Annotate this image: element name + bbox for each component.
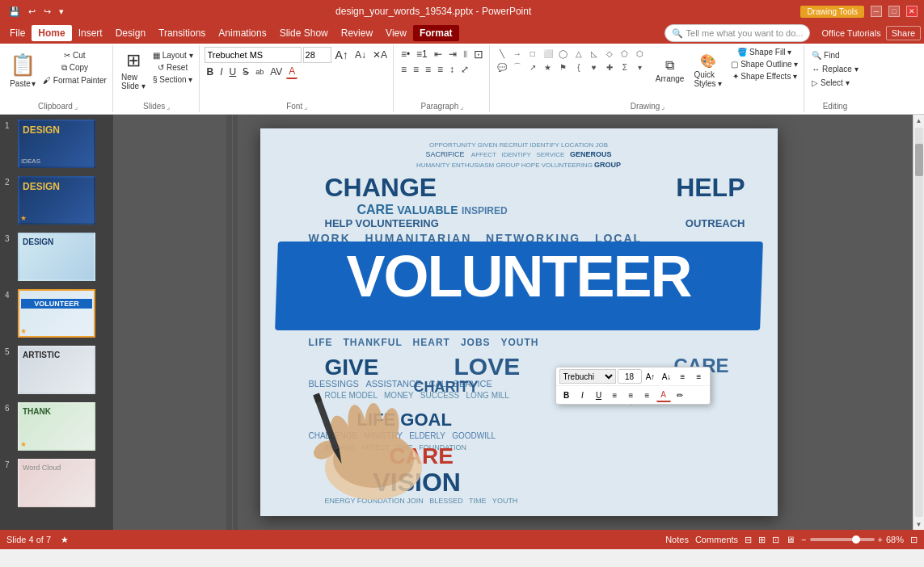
copy-button[interactable]: ⧉ Copy — [40, 62, 109, 74]
oval-shape[interactable]: ◯ — [556, 47, 571, 60]
scroll-up-button[interactable]: ▲ — [913, 115, 925, 126]
mini-align4[interactable]: ≡ — [640, 388, 655, 402]
slide-thumb-2[interactable]: 2 DESIGN ★ — [3, 174, 110, 226]
brace-shape[interactable]: { — [572, 61, 586, 74]
scroll-down-button[interactable]: ▼ — [913, 519, 925, 530]
underline-button[interactable]: U — [227, 65, 239, 78]
menu-slideshow[interactable]: Slide Show — [273, 25, 335, 41]
customize-button[interactable]: ▾ — [57, 6, 66, 18]
triangle-shape[interactable]: △ — [572, 47, 586, 60]
menu-transitions[interactable]: Transitions — [152, 25, 212, 41]
banner-shape[interactable]: ⚑ — [556, 61, 571, 74]
arrange-button[interactable]: ⧉ Arrange — [652, 47, 688, 94]
font-expand[interactable]: ⌟ — [304, 103, 307, 111]
font-size-input[interactable] — [303, 47, 331, 63]
align-left-button[interactable]: ≡ — [399, 63, 409, 76]
menu-home[interactable]: Home — [32, 25, 71, 41]
slide-thumb-1[interactable]: 1 DESIGN IDEAS — [3, 118, 110, 170]
strikethrough-button[interactable]: S̶ — [240, 65, 251, 78]
new-slide-button[interactable]: ⊞ New Slide ▾ — [118, 47, 149, 94]
comments-button[interactable]: Comments — [695, 535, 738, 544]
paragraph-expand[interactable]: ⌟ — [460, 103, 463, 111]
mini-highlight[interactable]: ✏ — [673, 388, 687, 402]
mini-align2[interactable]: ≡ — [608, 388, 622, 402]
columns-button[interactable]: ⫴ — [461, 48, 470, 61]
layout-button[interactable]: ▦ Layout ▾ — [150, 50, 196, 61]
quick-styles-button[interactable]: 🎨 QuickStyles ▾ — [690, 47, 725, 94]
redo-button[interactable]: ↪ — [41, 6, 53, 18]
font-name-input[interactable] — [205, 47, 302, 63]
clear-format-button[interactable]: ✕A — [370, 48, 390, 61]
slide-sorter-button[interactable]: ⊞ — [758, 535, 766, 545]
drawing-expand[interactable]: ⌟ — [661, 103, 665, 111]
format-painter-button[interactable]: 🖌 Format Painter — [40, 75, 109, 86]
menu-file[interactable]: File — [3, 25, 32, 41]
undo-button[interactable]: ↩ — [26, 6, 38, 18]
slide-thumb-6[interactable]: 6 THANK ★ — [3, 401, 110, 452]
paste-button[interactable]: 📋 Paste ▾ — [6, 47, 39, 94]
arrow-shape[interactable]: → — [510, 47, 525, 60]
decrease-indent-button[interactable]: ⇤ — [432, 48, 445, 61]
mini-align3[interactable]: ≡ — [624, 388, 639, 402]
menu-view[interactable]: View — [379, 25, 413, 41]
mini-decrease-font[interactable]: A↓ — [660, 369, 674, 384]
equation-shape[interactable]: Σ — [618, 61, 632, 74]
increase-font-button[interactable]: A↑ — [333, 48, 351, 62]
slides-expand[interactable]: ⌟ — [167, 103, 170, 111]
share-button[interactable]: Share — [886, 26, 921, 40]
text-direction-button[interactable]: ⤢ — [458, 63, 471, 76]
select-button[interactable]: ▷ Select ▾ — [809, 78, 851, 88]
smart-art-button[interactable]: ⊡ — [471, 47, 486, 61]
section-button[interactable]: § Section ▾ — [150, 74, 196, 85]
save-button[interactable]: 💾 — [6, 6, 23, 18]
arc-shape[interactable]: ⌒ — [510, 61, 525, 74]
decrease-font-button[interactable]: A↓ — [352, 48, 369, 61]
mini-italic[interactable]: I — [576, 388, 590, 402]
pentagon-shape[interactable]: ⬠ — [618, 47, 632, 60]
bold-button[interactable]: B — [205, 65, 217, 78]
menu-insert[interactable]: Insert — [72, 25, 109, 41]
reset-button[interactable]: ↺ Reset — [150, 62, 196, 73]
justify-button[interactable]: ≡ — [435, 63, 445, 76]
zoom-in-button[interactable]: + — [878, 535, 883, 544]
notes-button[interactable]: Notes — [665, 535, 689, 544]
mini-align[interactable]: ≡ — [692, 369, 707, 384]
normal-view-button[interactable]: ⊟ — [745, 535, 752, 545]
hex-shape[interactable]: ⬡ — [633, 47, 648, 60]
curved-arrow[interactable]: ↗ — [525, 61, 540, 74]
slide-thumb-4[interactable]: 4 VOLUNTEER ★ — [3, 288, 110, 339]
mini-increase-font[interactable]: A↑ — [643, 369, 658, 384]
align-center-button[interactable]: ≡ — [411, 63, 421, 76]
increase-indent-button[interactable]: ⇥ — [446, 48, 459, 61]
zoom-out-button[interactable]: − — [801, 535, 806, 544]
cut-button[interactable]: ✂ Cut — [40, 50, 109, 61]
mini-bold[interactable]: B — [559, 388, 574, 402]
reading-view-button[interactable]: ⊡ — [772, 535, 779, 545]
tell-me-input[interactable]: 🔍 Tell me what you want to do... — [665, 24, 811, 42]
clipboard-expand[interactable]: ⌟ — [74, 103, 78, 111]
menu-design[interactable]: Design — [109, 25, 152, 41]
line-shape[interactable]: ╲ — [495, 47, 509, 60]
font-color-button[interactable]: A — [286, 65, 297, 79]
diamond-shape[interactable]: ◇ — [602, 47, 617, 60]
zoom-slider[interactable] — [810, 538, 875, 541]
numbering-button[interactable]: ≡1 — [414, 48, 430, 61]
menu-review[interactable]: Review — [335, 25, 379, 41]
fit-page-button[interactable]: ⊡ — [910, 535, 918, 545]
callout-shape[interactable]: 💬 — [495, 61, 509, 74]
more-shapes[interactable]: ▾ — [633, 61, 648, 74]
italic-button[interactable]: I — [217, 65, 225, 78]
menu-animations[interactable]: Animations — [212, 25, 272, 41]
close-button[interactable]: ✕ — [906, 6, 918, 17]
char-spacing-button[interactable]: AV — [268, 65, 285, 78]
slide-thumb-7[interactable]: 7 Word Cloud — [3, 457, 110, 509]
slide-thumb-3[interactable]: 3 DESIGN — [3, 231, 110, 283]
mini-list[interactable]: ≡ — [676, 369, 690, 384]
mini-font-color[interactable]: A — [656, 388, 671, 402]
rect-shape[interactable]: □ — [525, 47, 540, 60]
bullets-button[interactable]: ≡• — [399, 48, 412, 61]
mini-font-select[interactable]: Trebuchi — [559, 369, 616, 384]
menu-format[interactable]: Format — [413, 25, 459, 41]
rounded-rect-shape[interactable]: ⬜ — [541, 47, 555, 60]
shape-effects-button[interactable]: ✦ Shape Effects ▾ — [728, 71, 800, 82]
